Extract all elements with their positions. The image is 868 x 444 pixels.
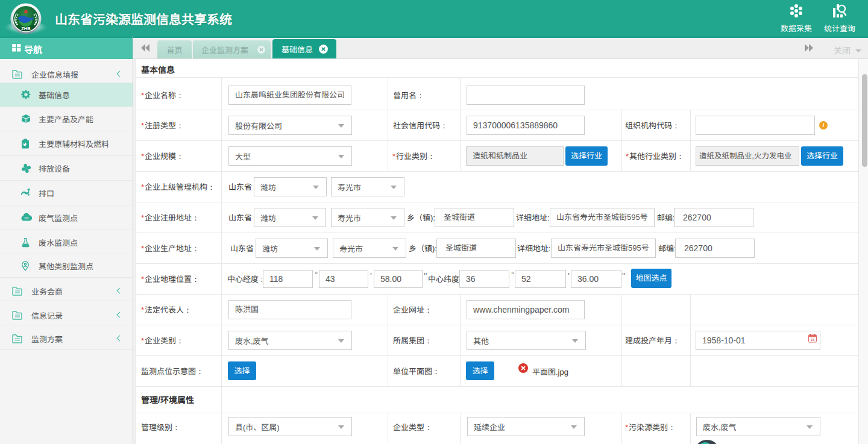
svg-text:co: co <box>25 216 29 220</box>
svg-text:15: 15 <box>811 338 815 342</box>
svg-text:ZHB: ZHB <box>21 26 31 31</box>
